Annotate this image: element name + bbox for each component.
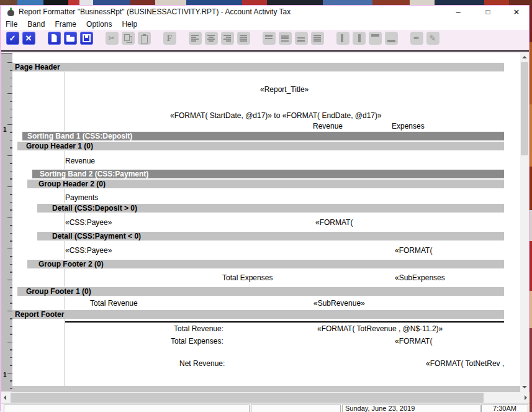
- menu-item-frame[interactable]: Frame: [55, 19, 76, 30]
- horizontal-scrollbar[interactable]: [1, 392, 530, 403]
- scroll-up-icon[interactable]: [522, 56, 527, 58]
- valign-bottom-icon[interactable]: [295, 32, 308, 45]
- field-gf2-label[interactable]: Total Expenses: [222, 273, 273, 282]
- valign-spread-icon[interactable]: [311, 32, 324, 45]
- vertical-scrollbar[interactable]: [520, 53, 529, 391]
- field-gf2-value[interactable]: «SubExpenses: [395, 273, 445, 282]
- pen-ink-icon[interactable]: ✒: [410, 32, 423, 45]
- band-header-group-footer-2[interactable]: Group Footer 2 (0): [27, 260, 504, 268]
- desktop-background-strip: [0, 0, 532, 5]
- menu-bar: FileBandFrameOptionsHelp: [1, 19, 529, 30]
- band-header-detail-payment[interactable]: Detail (CSS:Payment < 0): [37, 232, 504, 240]
- font-icon[interactable]: F: [163, 32, 176, 45]
- maximize-button[interactable]: □: [478, 6, 498, 19]
- band-header-report-footer[interactable]: Report Footer: [12, 310, 504, 319]
- field-date-range[interactable]: «FORMAT( StartDate, @d17)» to «FORMAT( E…: [170, 111, 382, 120]
- band-header-detail-deposit[interactable]: Detail (CSS:Deposit > 0): [37, 204, 504, 213]
- canvas-bottom-strip: [12, 386, 520, 392]
- field-gh1-revenue[interactable]: Revenue: [65, 157, 95, 165]
- field-rf-revenue-label[interactable]: Total Revenue:: [174, 324, 223, 333]
- field-d2-amount[interactable]: «FORMAT(: [395, 246, 432, 255]
- valign-top-icon[interactable]: [263, 32, 276, 45]
- field-rf-revenue-value[interactable]: «FORMAT( TotRevenue , @N$-11.2)»: [317, 324, 443, 333]
- align-right-icon[interactable]: [221, 32, 234, 45]
- copy-icon[interactable]: [122, 32, 135, 45]
- column-header-expenses[interactable]: Expenses: [392, 122, 425, 130]
- status-date: Sunday, June 23, 2019: [342, 405, 480, 412]
- cancel-x-icon[interactable]: ✕: [22, 32, 35, 45]
- group-header-2-content[interactable]: Payments: [12, 189, 505, 203]
- status-panel-1: [4, 405, 250, 412]
- paste-icon[interactable]: [138, 32, 151, 45]
- field-d1-amount[interactable]: «FORMAT(: [315, 218, 353, 227]
- separator-line: [65, 321, 504, 323]
- vruler-label-1: 1: [3, 126, 7, 133]
- horizontal-line-top-icon[interactable]: [369, 32, 382, 45]
- vertical-line-center-icon[interactable]: [353, 32, 366, 45]
- valign-middle-icon[interactable]: [279, 32, 292, 45]
- cut-icon[interactable]: ✂: [106, 32, 119, 45]
- horizontal-scrollbar-thumb[interactable]: [11, 393, 484, 403]
- pencil-draw-icon[interactable]: ✎: [426, 32, 440, 45]
- margin-guide-line: [65, 269, 65, 286]
- open-report-icon[interactable]: [64, 32, 77, 45]
- group-footer-1-content[interactable]: Total Revenue «SubRevenue»: [12, 296, 505, 309]
- field-d2-payee[interactable]: «CSS:Payee»: [65, 246, 112, 255]
- scroll-left-icon[interactable]: [4, 395, 6, 400]
- field-gh2-payments[interactable]: Payments: [65, 193, 98, 202]
- menu-item-help[interactable]: Help: [122, 19, 137, 30]
- status-panel-2: [251, 405, 341, 412]
- menu-item-options[interactable]: Options: [86, 19, 112, 30]
- margin-guide-line: [65, 319, 65, 386]
- scroll-down-icon[interactable]: [522, 386, 527, 388]
- field-report-title[interactable]: «Report_Title»: [260, 85, 309, 94]
- menu-item-band[interactable]: Band: [27, 19, 45, 30]
- app-icon: [7, 7, 15, 17]
- toolbar-group: ✂: [104, 32, 152, 45]
- group-header-1-content[interactable]: Revenue: [12, 151, 505, 169]
- align-center-icon[interactable]: [205, 32, 218, 45]
- save-report-icon[interactable]: [80, 32, 93, 45]
- status-bar: Sunday, June 23, 2019 7:30AM: [1, 403, 530, 412]
- scroll-right-icon[interactable]: [525, 395, 527, 400]
- band-header-group-header-1[interactable]: Group Header 1 (0): [17, 142, 504, 150]
- band-header-page-header[interactable]: Page Header: [12, 63, 504, 71]
- close-button[interactable]: ✕: [507, 6, 526, 19]
- align-justify-icon[interactable]: [237, 32, 250, 45]
- margin-guide-line: [65, 296, 65, 309]
- field-rf-expenses-label[interactable]: Total Expenses:: [171, 337, 223, 346]
- band-header-group-footer-1[interactable]: Group Footer 1 (0): [17, 287, 504, 296]
- minimize-button[interactable]: –: [448, 6, 468, 19]
- new-report-icon[interactable]: [48, 32, 61, 45]
- toolbar-group: ✓✕: [4, 32, 37, 45]
- field-rf-expenses-value[interactable]: «FORMAT(: [395, 337, 432, 346]
- title-bar: Report Formatter "BusinessRpt" (BUSINESS…: [1, 6, 529, 19]
- vertical-line-left-icon[interactable]: [336, 32, 349, 45]
- confirm-check-icon[interactable]: ✓: [6, 32, 19, 45]
- toolbar-group: [261, 32, 325, 45]
- horizontal-line-bottom-icon[interactable]: [385, 32, 398, 45]
- menu-item-file[interactable]: File: [6, 19, 17, 30]
- detail-deposit-content[interactable]: «CSS:Payee» «FORMAT(: [12, 213, 505, 231]
- column-header-revenue[interactable]: Revenue: [313, 122, 343, 130]
- field-rf-net-value[interactable]: «FORMAT( TotNetRev ,: [426, 359, 504, 368]
- screen: Report Formatter "BusinessRpt" (BUSINESS…: [0, 0, 532, 412]
- field-gf1-label[interactable]: Total Revenue: [90, 299, 138, 308]
- align-left-icon[interactable]: [189, 32, 202, 45]
- field-rf-net-label[interactable]: Net Revenue:: [179, 359, 225, 368]
- report-footer-content[interactable]: Total Revenue: «FORMAT( TotRevenue , @N$…: [12, 319, 505, 386]
- field-gf1-value[interactable]: «SubRevenue»: [313, 299, 365, 308]
- band-header-group-header-2[interactable]: Group Header 2 (0): [27, 180, 504, 188]
- detail-payment-content[interactable]: «CSS:Payee» «FORMAT(: [12, 241, 505, 259]
- vruler-label-2: 1: [3, 372, 7, 378]
- field-d1-payee[interactable]: «CSS:Payee»: [65, 218, 112, 227]
- margin-guide-line: [65, 72, 65, 131]
- band-header-sorting-band-1[interactable]: Sorting Band 1 (CSS:Deposit): [22, 132, 504, 140]
- page-header-content[interactable]: «Report_Title» «FORMAT( StartDate, @d17)…: [12, 72, 505, 131]
- status-time: 7:30AM: [481, 405, 528, 412]
- window-title: Report Formatter "BusinessRpt" (BUSINESS…: [19, 7, 291, 16]
- toolbar-group: ✒✎: [408, 32, 441, 45]
- group-footer-2-content[interactable]: Total Expenses «SubExpenses: [12, 269, 505, 286]
- band-header-sorting-band-2[interactable]: Sorting Band 2 (CSS:Payment): [32, 170, 504, 178]
- vertical-scrollbar-thumb[interactable]: [521, 62, 528, 155]
